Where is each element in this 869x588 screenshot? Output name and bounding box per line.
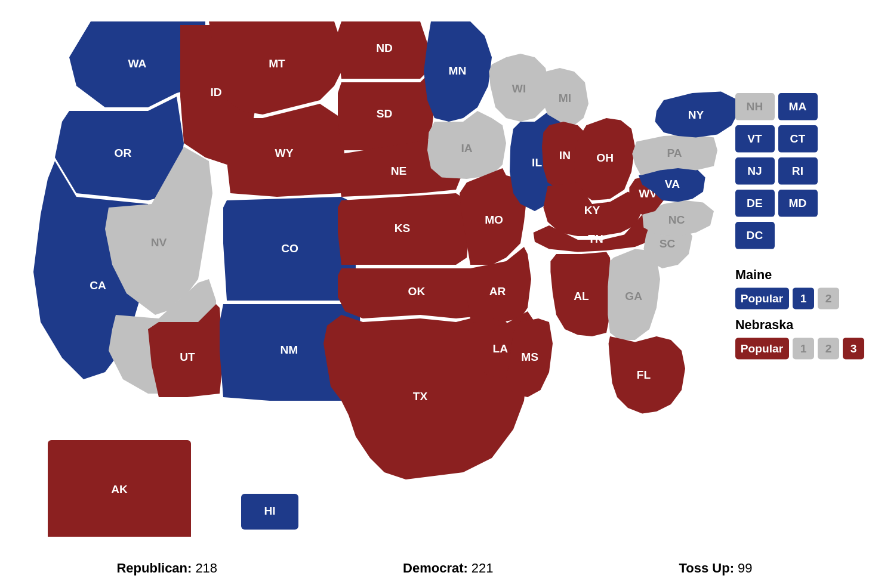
democrat-label: Democrat:: [403, 561, 468, 576]
electoral-map: WA OR CA ID NV AZ MT WY UT CO NM ND: [0, 0, 869, 537]
state-RI-box[interactable]: [778, 157, 818, 185]
state-ND[interactable]: [338, 21, 431, 79]
state-IA[interactable]: [427, 111, 506, 179]
state-NJ-box[interactable]: [735, 157, 775, 185]
map-container: WA OR CA ID NV AZ MT WY UT CO NM ND: [0, 0, 869, 537]
state-CT-box[interactable]: [778, 125, 818, 153]
tossup-label: Toss Up:: [679, 561, 734, 576]
state-MA-box[interactable]: [778, 93, 818, 120]
tossup-number: 99: [738, 561, 752, 576]
state-KS[interactable]: [338, 193, 470, 265]
maine-label: Maine: [735, 267, 772, 282]
state-MD-box[interactable]: [778, 190, 818, 217]
maine-d2-box[interactable]: [818, 287, 839, 309]
maine-popular-box[interactable]: [735, 287, 789, 309]
state-CO[interactable]: [223, 197, 356, 301]
nebraska-d2-box[interactable]: [818, 338, 839, 359]
footer: Republican: 218 Democrat: 221 Toss Up: 9…: [0, 555, 869, 582]
maine-d1-box[interactable]: [793, 287, 814, 309]
state-MN[interactable]: [424, 21, 492, 122]
state-HI[interactable]: [241, 494, 298, 530]
nebraska-popular-box[interactable]: [735, 338, 789, 359]
state-SD[interactable]: [338, 72, 434, 150]
state-AL[interactable]: [550, 252, 612, 336]
state-WI[interactable]: [489, 54, 549, 122]
democrat-count: Democrat: 221: [403, 561, 494, 576]
state-MT[interactable]: [209, 21, 345, 114]
nebraska-label: Nebraska: [735, 317, 794, 332]
republican-number: 218: [195, 561, 217, 576]
state-DC-box[interactable]: [735, 222, 775, 249]
republican-label: Republican:: [116, 561, 192, 576]
nebraska-d3-box[interactable]: [843, 338, 864, 359]
state-AK[interactable]: [48, 440, 191, 537]
nebraska-d1-box[interactable]: [793, 338, 814, 359]
state-DE-box[interactable]: [735, 190, 775, 217]
state-FL[interactable]: [609, 336, 685, 414]
republican-count: Republican: 218: [116, 561, 217, 576]
state-NH-box[interactable]: [735, 93, 775, 120]
state-VT-box[interactable]: [735, 125, 775, 153]
tossup-count: Toss Up: 99: [679, 561, 753, 576]
democrat-number: 221: [472, 561, 494, 576]
state-OH[interactable]: [574, 118, 635, 200]
state-NY[interactable]: [655, 92, 739, 138]
